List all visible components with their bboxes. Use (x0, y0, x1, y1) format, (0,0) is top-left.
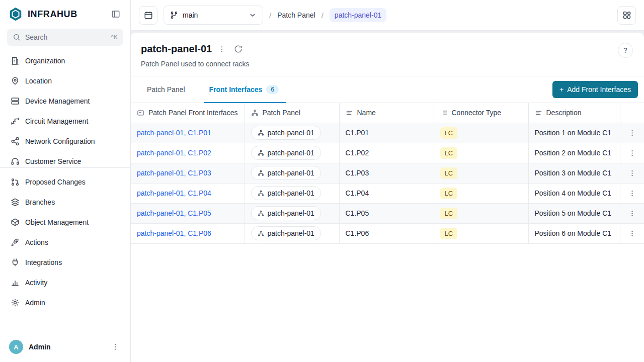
patch-panel-chip[interactable]: patch-panel-01 (251, 226, 321, 240)
name-cell: C1.P05 (339, 203, 434, 223)
title-actions-button[interactable] (216, 43, 228, 55)
main-area: main / Patch Panel / patch-panel-01 patc… (131, 0, 644, 362)
description-cell: Position 5 on Module C1 (528, 203, 620, 223)
apps-menu-button[interactable] (617, 6, 636, 25)
front-interface-link[interactable]: patch-panel-01, C1.P04 (137, 189, 211, 197)
front-interface-link[interactable]: patch-panel-01, C1.P02 (137, 149, 211, 157)
add-front-interfaces-button[interactable]: + Add Front Interfaces (552, 81, 638, 98)
sidebar-item-actions[interactable]: Actions (6, 232, 124, 252)
user-menu-button[interactable] (109, 341, 121, 353)
hierarchy-icon (251, 109, 259, 117)
hierarchy-icon (258, 170, 264, 176)
hierarchy-icon (258, 150, 264, 156)
tab-label: Front Interfaces (209, 85, 263, 94)
row-actions-button[interactable] (626, 228, 638, 239)
name-cell: C1.P01 (339, 123, 434, 143)
align-left-icon (535, 109, 542, 117)
table-row: patch-panel-01, C1.P01 patch-panel-01 C1… (131, 123, 644, 143)
nav-label: Actions (25, 238, 48, 246)
sidebar-item-object-management[interactable]: Object Management (6, 212, 124, 232)
tab-front-interfaces[interactable]: Front Interfaces 6 (207, 76, 281, 103)
patch-panel-chip-label: patch-panel-01 (268, 149, 314, 157)
nav-label: Object Management (25, 218, 89, 226)
patch-panel-chip[interactable]: patch-panel-01 (251, 166, 321, 180)
infrahub-logo-icon (8, 7, 23, 22)
connector-type-badge: LC (440, 228, 458, 239)
patch-panel-chip[interactable]: patch-panel-01 (251, 126, 321, 140)
table-row: patch-panel-01, C1.P05 patch-panel-01 C1… (131, 203, 644, 223)
nav-label: Admin (25, 299, 45, 307)
search-input[interactable]: Search ^K (7, 29, 123, 46)
nav-label: Network Configuration (25, 137, 95, 145)
row-actions-button[interactable] (626, 127, 638, 139)
apps-grid-icon (622, 11, 631, 20)
nav-label: Integrations (25, 258, 62, 266)
table-row: patch-panel-01, C1.P06 patch-panel-01 C1… (131, 223, 644, 243)
search-icon (13, 33, 21, 41)
name-cell: C1.P03 (339, 163, 434, 183)
tab-patch-panel[interactable]: Patch Panel (145, 76, 187, 103)
sidebar-item-customer-service[interactable]: Customer Service (6, 151, 124, 167)
sidebar-item-activity[interactable]: Activity (6, 273, 124, 293)
patch-panel-chip-label: patch-panel-01 (268, 129, 314, 137)
refresh-button[interactable] (232, 43, 245, 55)
topbar: main / Patch Panel / patch-panel-01 (131, 0, 644, 31)
hierarchy-icon (258, 190, 264, 197)
row-actions-button[interactable] (626, 188, 638, 199)
refresh-icon (234, 45, 243, 53)
table-body: patch-panel-01, C1.P01 patch-panel-01 C1… (131, 123, 644, 243)
infrahub-logo[interactable]: INFRAHUB (8, 7, 77, 22)
calendar-icon (144, 11, 153, 20)
description-cell: Position 4 on Module C1 (528, 183, 620, 203)
app-root: INFRAHUB Search ^K Organization Location… (0, 0, 644, 362)
header-name[interactable]: Name (339, 103, 434, 123)
header-connector-type[interactable]: Connector Type (434, 103, 528, 123)
plus-icon: + (559, 85, 564, 94)
kebab-icon (628, 129, 636, 137)
sidebar: INFRAHUB Search ^K Organization Location… (0, 0, 131, 362)
page-subtitle: Patch Panel used to connect racks (141, 60, 250, 68)
sidebar-collapse-button[interactable] (109, 8, 122, 21)
pull-request-icon (11, 177, 20, 187)
header-patch-panel[interactable]: Patch Panel (245, 103, 339, 123)
sidebar-item-location[interactable]: Location (6, 71, 124, 91)
content-panel: patch-panel-01 Patch Panel used to conne… (131, 33, 644, 362)
front-interface-link[interactable]: patch-panel-01, C1.P05 (137, 209, 211, 217)
nav-label: Branches (25, 198, 55, 206)
table-row: patch-panel-01, C1.P03 patch-panel-01 C1… (131, 163, 644, 183)
row-actions-button[interactable] (626, 167, 638, 179)
tab-label: Patch Panel (147, 85, 185, 94)
front-interface-link[interactable]: patch-panel-01, C1.P03 (137, 169, 211, 177)
help-button[interactable]: ? (618, 43, 633, 58)
sidebar-header: INFRAHUB (0, 0, 130, 27)
time-travel-button[interactable] (139, 6, 157, 25)
branch-selector[interactable]: main (164, 6, 263, 25)
sidebar-item-integrations[interactable]: Integrations (6, 252, 124, 273)
sidebar-item-organization[interactable]: Organization (6, 51, 124, 71)
front-interface-link[interactable]: patch-panel-01, C1.P01 (137, 129, 211, 137)
sidebar-item-admin[interactable]: Admin (6, 293, 124, 313)
row-actions-button[interactable] (626, 208, 638, 219)
cable-icon (11, 117, 20, 126)
patch-panel-chip[interactable]: patch-panel-01 (251, 206, 321, 220)
sidebar-item-network-configuration[interactable]: Network Configuration (6, 131, 124, 151)
breadcrumb-section[interactable]: Patch Panel (277, 11, 315, 19)
patch-panel-chip[interactable]: patch-panel-01 (251, 186, 321, 200)
sidebar-nav-secondary: Proposed Changes Branches Object Managem… (0, 168, 130, 313)
sidebar-item-device-management[interactable]: Device Management (6, 91, 124, 111)
kebab-icon (628, 230, 636, 237)
search-placeholder: Search (25, 33, 47, 41)
sidebar-item-circuit-management[interactable]: Circuit Management (6, 111, 124, 131)
breadcrumb-separator: / (269, 11, 271, 20)
breadcrumb-current[interactable]: patch-panel-01 (330, 8, 386, 22)
row-actions-button[interactable] (626, 147, 638, 159)
cube-icon (11, 218, 20, 227)
patch-panel-chip[interactable]: patch-panel-01 (251, 146, 321, 160)
sidebar-item-proposed-changes[interactable]: Proposed Changes (6, 172, 124, 192)
nav-label: Customer Service (25, 157, 81, 165)
sidebar-item-branches[interactable]: Branches (6, 192, 124, 212)
front-interface-link[interactable]: patch-panel-01, C1.P06 (137, 229, 211, 237)
nav-label: Proposed Changes (25, 178, 86, 186)
header-description[interactable]: Description (528, 103, 620, 123)
header-front-interfaces[interactable]: Patch Panel Front Interfaces (131, 103, 245, 123)
